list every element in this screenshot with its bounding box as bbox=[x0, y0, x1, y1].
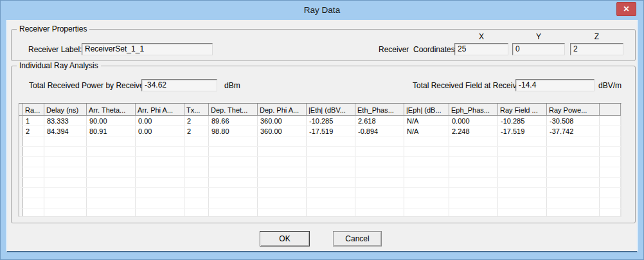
column-header[interactable]: Dep. Thet... bbox=[209, 104, 258, 116]
empty-cell bbox=[547, 188, 600, 198]
receiver-properties-legend: Receiver Properties bbox=[17, 24, 89, 33]
cell: -17.519 bbox=[498, 126, 547, 136]
column-header[interactable]: Delay (ns) bbox=[44, 104, 87, 116]
empty-cell bbox=[44, 157, 87, 167]
column-header[interactable]: Eph_Phas... bbox=[449, 104, 498, 116]
empty-cell bbox=[600, 136, 621, 147]
empty-cell bbox=[404, 136, 449, 147]
empty-cell bbox=[136, 157, 184, 167]
empty-cell bbox=[209, 157, 258, 167]
cell: -10.285 bbox=[498, 116, 547, 126]
column-header[interactable]: Ray Powe... bbox=[547, 104, 600, 116]
column-header[interactable]: |Eth| (dBV... bbox=[307, 104, 355, 116]
coordinate-z-input[interactable]: 2 bbox=[570, 43, 623, 55]
total-power-input[interactable]: -34.62 bbox=[141, 79, 217, 91]
empty-cell bbox=[209, 167, 258, 178]
empty-cell bbox=[209, 136, 258, 147]
empty-cell bbox=[44, 147, 87, 157]
empty-cell bbox=[449, 157, 498, 167]
titlebar[interactable]: Ray Data bbox=[1, 1, 643, 20]
empty-cell bbox=[23, 209, 44, 218]
empty-cell bbox=[449, 198, 498, 209]
cell: 83.333 bbox=[44, 116, 87, 126]
cell: 1 bbox=[23, 116, 44, 126]
empty-cell bbox=[404, 157, 449, 167]
empty-cell bbox=[136, 178, 184, 188]
empty-cell bbox=[404, 198, 449, 209]
cancel-button[interactable]: Cancel bbox=[333, 231, 382, 246]
empty-cell bbox=[44, 178, 87, 188]
empty-cell bbox=[600, 198, 621, 209]
table-header-row: Ra...Delay (ns)Arr. Theta...Arr. Phi A..… bbox=[20, 104, 621, 116]
column-header[interactable]: Ra... bbox=[23, 104, 44, 116]
empty-cell bbox=[44, 198, 87, 209]
empty-cell bbox=[136, 188, 184, 198]
empty-cell bbox=[258, 157, 307, 167]
cell: 89.66 bbox=[209, 116, 258, 126]
cell: 0.00 bbox=[136, 116, 184, 126]
column-header[interactable]: Ray Field ... bbox=[498, 104, 547, 116]
coordinate-x-input[interactable]: 25 bbox=[454, 43, 508, 55]
empty-cell bbox=[449, 167, 498, 178]
table-row[interactable]: 284.39480.910.00298.80360.00-17.519-0.89… bbox=[20, 126, 621, 136]
empty-cell bbox=[23, 147, 44, 157]
empty-cell bbox=[355, 209, 404, 218]
empty-cell bbox=[87, 136, 136, 147]
cell: 80.91 bbox=[87, 126, 136, 136]
empty-cell bbox=[258, 136, 307, 147]
total-field-caption: Total Received Field at Receiver: bbox=[413, 81, 525, 90]
empty-cell bbox=[404, 167, 449, 178]
cell: 90.00 bbox=[87, 116, 136, 126]
cell: 0.000 bbox=[449, 116, 498, 126]
ok-button[interactable]: OK bbox=[260, 231, 310, 246]
receiver-properties-group: Receiver Properties Receiver Label: Rece… bbox=[11, 29, 636, 61]
total-power-unit: dBm bbox=[224, 81, 240, 90]
empty-cell bbox=[23, 157, 44, 167]
empty-row bbox=[20, 136, 621, 147]
empty-cell bbox=[404, 188, 449, 198]
empty-cell bbox=[136, 167, 184, 178]
empty-cell bbox=[307, 198, 355, 209]
cell-filler bbox=[600, 126, 621, 136]
individual-ray-analysis-group: Individual Ray Analysis Total Received P… bbox=[11, 66, 636, 223]
empty-cell bbox=[209, 198, 258, 209]
total-field-input[interactable]: -14.4 bbox=[515, 79, 595, 91]
empty-row bbox=[20, 157, 621, 167]
empty-cell bbox=[547, 209, 600, 218]
column-header[interactable]: Tx... bbox=[184, 104, 209, 116]
column-header[interactable]: |Eph| (dB... bbox=[404, 104, 449, 116]
column-header[interactable]: Arr. Theta... bbox=[87, 104, 136, 116]
empty-cell bbox=[184, 136, 209, 147]
cell: -30.508 bbox=[547, 116, 600, 126]
empty-cell bbox=[307, 147, 355, 157]
empty-cell bbox=[87, 188, 136, 198]
empty-cell bbox=[498, 147, 547, 157]
empty-cell bbox=[87, 147, 136, 157]
empty-cell bbox=[184, 178, 209, 188]
column-header[interactable]: Dep. Phi A... bbox=[258, 104, 307, 116]
empty-cell bbox=[307, 157, 355, 167]
column-header[interactable]: Eth_Phas... bbox=[355, 104, 404, 116]
empty-cell bbox=[449, 147, 498, 157]
empty-row bbox=[20, 147, 621, 157]
empty-cell bbox=[355, 178, 404, 188]
ray-data-table: Ra...Delay (ns)Arr. Theta...Arr. Phi A..… bbox=[19, 104, 621, 217]
empty-cell bbox=[307, 136, 355, 147]
empty-cell bbox=[498, 209, 547, 218]
empty-cell bbox=[23, 136, 44, 147]
empty-cell bbox=[209, 178, 258, 188]
close-icon: ✕ bbox=[623, 5, 629, 14]
empty-cell bbox=[258, 147, 307, 157]
table-row[interactable]: 183.33390.000.00289.66360.00-10.2852.618… bbox=[20, 116, 621, 126]
receiver-label-input[interactable]: ReceiverSet_1_1 bbox=[82, 43, 213, 55]
empty-cell bbox=[184, 198, 209, 209]
column-header[interactable]: Arr. Phi A... bbox=[136, 104, 184, 116]
empty-cell bbox=[355, 157, 404, 167]
empty-cell bbox=[258, 209, 307, 218]
cell: 2.248 bbox=[449, 126, 498, 136]
empty-cell bbox=[449, 178, 498, 188]
coordinate-y-input[interactable]: 0 bbox=[512, 43, 565, 55]
coordinate-y-label: Y bbox=[512, 32, 565, 41]
close-button[interactable]: ✕ bbox=[616, 2, 636, 16]
ray-data-table-container[interactable]: Ra...Delay (ns)Arr. Theta...Arr. Phi A..… bbox=[19, 103, 622, 217]
